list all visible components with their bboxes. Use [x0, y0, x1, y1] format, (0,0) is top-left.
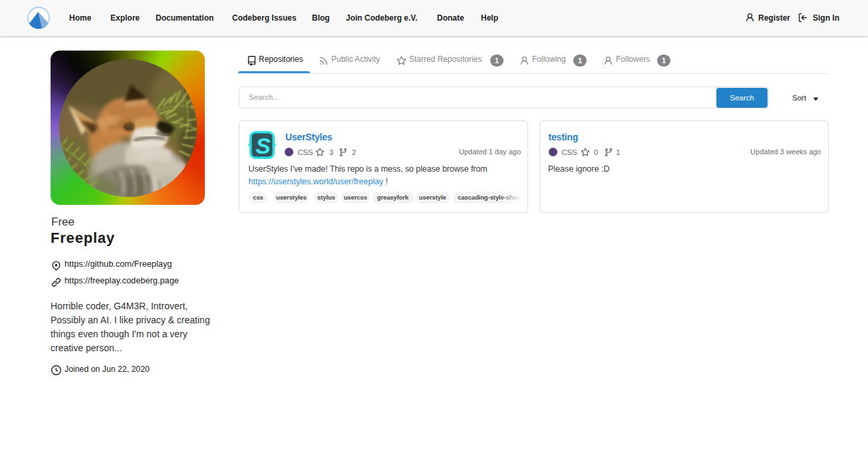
svg-text:S: S — [255, 133, 271, 158]
